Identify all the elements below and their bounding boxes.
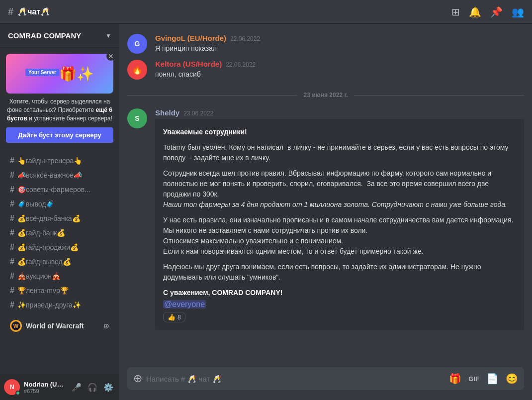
hash-icon: #	[10, 200, 14, 208]
message-author: GvingoL (EU/Horde)	[155, 34, 226, 42]
settings-icon[interactable]: ⚙️	[101, 381, 115, 394]
avatar: G	[127, 34, 147, 54]
channels-list: # 👆гайды-тренера👆 # 📣всякое-важное📣 # 🎯с…	[0, 149, 119, 374]
hash-icon: #	[10, 286, 14, 295]
avatar: N	[4, 379, 20, 395]
svg-text:W: W	[13, 323, 19, 329]
sidebar-item-gajdy[interactable]: # 👆гайды-тренера👆	[4, 154, 115, 168]
gif-icon[interactable]: GIF	[468, 375, 479, 383]
reaction-thumbsup[interactable]: 👍 8	[163, 312, 185, 322]
members-icon[interactable]: 👥	[512, 6, 524, 18]
bell-icon[interactable]: 🔔	[469, 6, 481, 18]
channel-label: 🏆лента-mvp🏆	[17, 287, 69, 295]
divider-line	[354, 95, 524, 96]
server-add-icon: ⊕	[103, 322, 109, 330]
wow-server-item[interactable]: W World of Warcraft ⊕	[4, 316, 115, 336]
add-content-button[interactable]: ⊕	[133, 367, 142, 390]
channel-label: 🎯советы-фармеров...	[17, 186, 90, 194]
message-input[interactable]	[146, 369, 445, 389]
server-name: COMRAD COMPANY	[8, 31, 105, 40]
message-text: понял, спасиб	[155, 69, 524, 80]
hash-icon: #	[10, 257, 14, 266]
message-content: GvingoL (EU/Horde) 22.06.2022 Я принцип …	[155, 34, 524, 54]
hash-icon: #	[10, 171, 14, 180]
hashtag-icon[interactable]: ⊞	[451, 6, 460, 18]
gift-icon[interactable]: 🎁	[449, 373, 461, 385]
channel-label: 📣всякое-важное📣	[17, 171, 82, 179]
sticker-icon[interactable]: 📄	[486, 373, 499, 385]
microphone-icon[interactable]: 🎤	[70, 381, 84, 394]
announcement-p4: У нас есть правила, они изначально пропи…	[163, 215, 516, 257]
sidebar-item-gajd-vyvod[interactable]: # 💰гайд-вывод💰	[4, 255, 115, 269]
hash-icon: #	[10, 300, 14, 309]
sidebar-item-mvp[interactable]: # 🏆лента-mvp🏆	[4, 284, 115, 298]
boost-banner: Your Server 🎁✨ ✕ Хотите, чтобы сервер вы…	[0, 48, 119, 149]
hash-icon: #	[10, 272, 14, 281]
your-server-badge: Your Server	[25, 69, 59, 76]
sidebar-item-vazhnoe[interactable]: # 📣всякое-важное📣	[4, 168, 115, 182]
announcement-p3: Сотрудник всегда шел против правил. Вбра…	[163, 168, 516, 210]
hash-icon: #	[10, 243, 14, 252]
avatar: 🔥	[127, 60, 147, 80]
announcement-message: S Sheldy 23.06.2022 Уважаемые сотрудники…	[119, 106, 532, 334]
hash-icon: #	[10, 156, 14, 165]
chat-input-area: ⊕ 🎁 GIF 📄 😊	[119, 367, 532, 400]
channel-label: 💰всё-для-банка💰	[17, 214, 81, 222]
date-label: 23 июня 2022 г.	[303, 92, 348, 99]
boost-banner-image: Your Server 🎁✨	[6, 54, 113, 94]
channel-hash-icon: #	[8, 6, 13, 17]
boost-button[interactable]: Дайте буст этому серверу	[6, 127, 113, 143]
top-bar-actions: ⊞ 🔔 📌 👥	[451, 6, 524, 18]
sidebar-item-vyvod[interactable]: # 🧳вывод🧳	[4, 197, 115, 211]
top-bar: # 🥂чат🥂 ⊞ 🔔 📌 👥	[0, 0, 532, 24]
channel-label: 💰гайд-банк💰	[17, 229, 66, 237]
mention-everyone: @everyone	[163, 300, 206, 308]
message-content: Keltora (US/Horde) 22.06.2022 понял, спа…	[155, 60, 524, 80]
messages-container: G GvingoL (EU/Horde) 22.06.2022 Я принци…	[119, 24, 532, 367]
channel-header: # 🥂чат🥂	[8, 6, 50, 17]
message-timestamp: 22.06.2022	[230, 35, 260, 42]
message-timestamp: 23.06.2022	[183, 110, 213, 117]
message-timestamp: 22.06.2022	[226, 61, 256, 68]
sidebar-item-prodazhi[interactable]: # 💰гайд-продажи💰	[4, 240, 115, 254]
sidebar-item-auction[interactable]: # 🎪аукцион🎪	[4, 269, 115, 283]
announcement-box: Уважаемые сотрудники! Totamy был уволен.…	[155, 119, 524, 330]
user-panel: N Nodrian (US... #6759 🎤 🎧 ⚙️	[0, 374, 119, 400]
message-header: GvingoL (EU/Horde) 22.06.2022	[155, 34, 524, 42]
everyone-mention: @everyone	[163, 300, 516, 309]
close-banner-button[interactable]: ✕	[106, 52, 115, 61]
emoji-icon[interactable]: 😊	[506, 373, 518, 385]
message-author: Sheldy	[155, 108, 179, 117]
sidebar: COMRAD COMPANY ▼ Your Server 🎁✨ ✕ Хотите…	[0, 24, 119, 400]
user-info: Nodrian (US... #6759	[24, 381, 66, 394]
headphones-icon[interactable]: 🎧	[86, 381, 99, 394]
sidebar-item-sovety[interactable]: # 🎯советы-фармеров...	[4, 183, 115, 197]
chat-area: G GvingoL (EU/Horde) 22.06.2022 Я принци…	[119, 24, 532, 400]
channel-label: ✨приведи-друга✨	[17, 301, 81, 309]
boost-description: Хотите, чтобы сервер выделялся на фоне о…	[6, 98, 113, 122]
channel-label: 🧳вывод🧳	[17, 200, 54, 208]
message-group: 🔥 Keltora (US/Horde) 22.06.2022 понял, с…	[119, 58, 532, 82]
message-group: G GvingoL (EU/Horde) 22.06.2022 Я принци…	[119, 32, 532, 56]
channel-name: 🥂чат🥂	[17, 7, 50, 16]
announcement-p5: Надеюсь мы друг друга понимаем, если ест…	[163, 262, 516, 283]
username: Nodrian (US...	[24, 381, 66, 388]
footer-icons: 🎤 🎧 ⚙️	[70, 381, 115, 394]
channel-label: 👆гайды-тренера👆	[17, 157, 82, 165]
main-layout: COMRAD COMPANY ▼ Your Server 🎁✨ ✕ Хотите…	[0, 24, 532, 400]
message-content: Sheldy 23.06.2022 Уважаемые сотрудники! …	[155, 108, 524, 332]
announcement-p6: С уважением, COMRAD COMPANY!	[163, 288, 516, 298]
pin-icon[interactable]: 📌	[490, 6, 503, 18]
date-divider: 23 июня 2022 г.	[119, 84, 532, 106]
reaction-emoji: 👍	[168, 313, 176, 321]
sidebar-item-bank[interactable]: # 💰всё-для-банка💰	[4, 211, 115, 225]
wow-server-name: World of Warcraft	[26, 322, 84, 330]
sidebar-item-friend[interactable]: # ✨приведи-друга✨	[4, 298, 115, 312]
message-header: Sheldy 23.06.2022	[155, 108, 524, 117]
announcement-p2: Totamy был уволен. Кому он написал в лич…	[163, 142, 516, 163]
server-header[interactable]: COMRAD COMPANY ▼	[0, 24, 119, 48]
chevron-down-icon: ▼	[105, 32, 111, 39]
channel-label: 💰гайд-продажи💰	[17, 243, 79, 251]
sidebar-item-gajd-bank[interactable]: # 💰гайд-банк💰	[4, 226, 115, 240]
reaction-area: 👍 8	[163, 309, 516, 322]
